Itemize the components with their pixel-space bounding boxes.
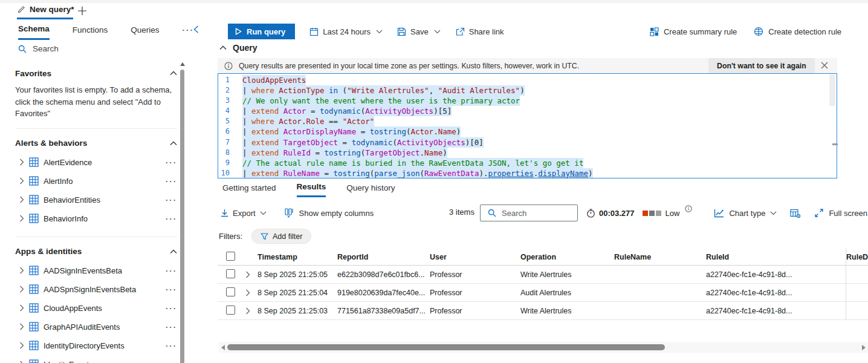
schema-table-item-cloudappevents[interactable]: CloudAppEvents ···: [15, 299, 177, 318]
tab-schema[interactable]: Schema: [18, 24, 50, 40]
section-alerts-behaviors[interactable]: Alerts & behaviors: [15, 137, 177, 149]
schema-table-item-graphapiauditevents[interactable]: GraphAPIAuditEvents ···: [15, 318, 177, 336]
chevron-right-icon[interactable]: [19, 196, 24, 203]
row-checkbox[interactable]: [226, 287, 235, 296]
code-line[interactable]: 2 | where ActionType in ("Write Alertrul…: [218, 85, 837, 96]
table-row[interactable]: 8 Sep 2025 21:25:04919e8020639da7fec40e.…: [218, 284, 868, 302]
results-search-input[interactable]: Search: [480, 204, 578, 221]
row-checkbox[interactable]: [226, 306, 235, 315]
banner-close-button[interactable]: [821, 62, 828, 69]
item-more-options-button[interactable]: ···: [166, 177, 177, 186]
schema-table-item-aadsignineventsbeta[interactable]: AADSignInEventsBeta ···: [15, 261, 177, 280]
editor-scrollbar[interactable]: [829, 74, 835, 106]
expand-row-icon[interactable]: [245, 307, 250, 315]
column-header-rulename[interactable]: RuleName: [614, 253, 706, 261]
column-header-ruleid[interactable]: RuleId: [706, 248, 846, 266]
query-editor[interactable]: 1 CloudAppEvents 2 | where ActionType in…: [218, 73, 837, 178]
table-row[interactable]: 8 Sep 2025 21:25:05e622b3098d7e6c01fbc6.…: [218, 266, 868, 284]
chevron-right-icon[interactable]: [19, 342, 24, 349]
chevron-up-icon[interactable]: [170, 141, 177, 146]
chevron-right-icon[interactable]: [19, 286, 24, 293]
add-tab-button[interactable]: [77, 5, 89, 17]
tab-getting-started[interactable]: Getting started: [222, 183, 276, 197]
item-more-options-button[interactable]: ···: [166, 285, 177, 294]
code-line[interactable]: 4 | extend Actor = todynamic(ActivityObj…: [218, 106, 837, 116]
section-apps-identities[interactable]: Apps & identities: [15, 246, 177, 258]
tab-results[interactable]: Results: [297, 182, 326, 197]
show-empty-columns-button[interactable]: Show empty columns: [285, 208, 374, 218]
column-header-timestamp[interactable]: Timestamp: [257, 253, 337, 261]
tab-new-query[interactable]: New query*: [17, 5, 74, 14]
table-row[interactable]: 8 Sep 2025 21:25:03771561a87338e09a5df7.…: [218, 302, 868, 320]
run-query-button[interactable]: Run query: [228, 24, 295, 39]
schema-table-item-alertinfo[interactable]: AlertInfo ···: [15, 172, 177, 191]
column-header-operation[interactable]: Operation: [520, 253, 614, 261]
horizontal-scrollbar[interactable]: [219, 342, 868, 353]
add-filter-button[interactable]: Add filter: [251, 229, 311, 244]
save-button[interactable]: Save: [397, 27, 441, 36]
code-line[interactable]: 1 CloudAppEvents: [218, 75, 837, 85]
scrollbar-up-arrow[interactable]: [180, 62, 185, 66]
scroll-right-arrow[interactable]: [860, 345, 868, 350]
chevron-right-icon[interactable]: [19, 304, 24, 312]
schema-table-item-identityevents[interactable]: IdentityEvents ···: [15, 355, 177, 363]
chevron-right-icon[interactable]: [19, 361, 24, 363]
schema-table-item-identitydirectoryevents[interactable]: IdentityDirectoryEvents ···: [15, 336, 177, 355]
performance-info-icon[interactable]: [685, 205, 692, 212]
share-link-button[interactable]: Share link: [455, 27, 504, 36]
chevron-right-icon[interactable]: [19, 215, 24, 222]
item-more-options-button[interactable]: ···: [166, 266, 177, 275]
banner-dismiss-button[interactable]: Don't want to see it again: [708, 58, 815, 73]
tab-queries[interactable]: Queries: [131, 25, 159, 39]
customize-columns-button[interactable]: [790, 209, 800, 218]
row-checkbox[interactable]: [226, 269, 235, 278]
time-range-selector[interactable]: Last 24 hours: [309, 27, 383, 36]
scrollbar-thumb[interactable]: [227, 344, 665, 350]
collapse-sidebar-button[interactable]: [192, 25, 200, 34]
tab-functions[interactable]: Functions: [73, 25, 108, 39]
code-line[interactable]: 3 // We only want the event where the us…: [218, 96, 837, 106]
expand-row-icon[interactable]: [245, 271, 250, 278]
item-more-options-button[interactable]: ···: [166, 304, 177, 313]
code-line[interactable]: 7 | extend TargetObject = todynamic(Acti…: [218, 137, 837, 148]
column-header-reportid[interactable]: ReportId: [337, 253, 430, 261]
code-line[interactable]: 8 | extend RuleId = tostring(TargetObjec…: [218, 148, 837, 158]
schema-table-item-aadspnsignineventsbeta[interactable]: AADSpnSignInEventsBeta ···: [15, 280, 177, 299]
create-detection-rule-button[interactable]: Create detection rule: [754, 27, 841, 36]
create-summary-rule-button[interactable]: Create summary rule: [650, 27, 737, 36]
timer-icon: [586, 209, 595, 218]
column-header-ruledescripti[interactable]: RuleDescripti: [846, 253, 868, 261]
schema-table-item-alertevidence[interactable]: AlertEvidence ···: [15, 153, 177, 172]
chevron-right-icon[interactable]: [19, 159, 24, 166]
item-more-options-button[interactable]: ···: [166, 214, 177, 223]
schema-table-item-behaviorinfo[interactable]: BehaviorInfo ···: [15, 209, 177, 228]
item-more-options-button[interactable]: ···: [166, 360, 177, 363]
query-section-header[interactable]: Query: [219, 43, 257, 53]
tab-query-history[interactable]: Query history: [346, 183, 395, 197]
export-button[interactable]: Export: [221, 209, 267, 218]
chevron-right-icon[interactable]: [19, 267, 24, 274]
code-line[interactable]: 9 // The actual rule name is buried in t…: [218, 158, 837, 168]
chevron-up-icon[interactable]: [170, 71, 177, 76]
scroll-left-arrow[interactable]: [219, 345, 227, 350]
expand-row-icon[interactable]: [245, 289, 250, 296]
sidebar-scrollbar[interactable]: [180, 70, 184, 363]
schema-table-item-behaviorentities[interactable]: BehaviorEntities ···: [15, 191, 177, 209]
schema-search-input[interactable]: Search: [18, 44, 169, 57]
chevron-right-icon[interactable]: [19, 177, 24, 185]
code-line[interactable]: 6 | extend ActorDisplayName = tostring(A…: [218, 126, 837, 137]
item-more-options-button[interactable]: ···: [166, 341, 177, 350]
chevron-right-icon[interactable]: [19, 323, 24, 330]
select-all-checkbox[interactable]: [226, 252, 235, 261]
chevron-up-icon[interactable]: [170, 249, 177, 254]
full-screen-button[interactable]: Full screen: [815, 209, 867, 218]
item-more-options-button[interactable]: ···: [166, 322, 177, 332]
section-favorites[interactable]: Favorites: [15, 67, 177, 79]
item-more-options-button[interactable]: ···: [166, 195, 177, 204]
column-header-user[interactable]: User: [430, 253, 520, 261]
code-token: Role: [306, 117, 324, 126]
chart-type-selector[interactable]: Chart type: [714, 209, 777, 218]
item-more-options-button[interactable]: ···: [166, 158, 177, 167]
code-line[interactable]: 5 | where Actor.Role == "Actor": [218, 116, 837, 126]
code-line[interactable]: 10 | extend RuleName = tostring(parse_js…: [218, 168, 837, 178]
